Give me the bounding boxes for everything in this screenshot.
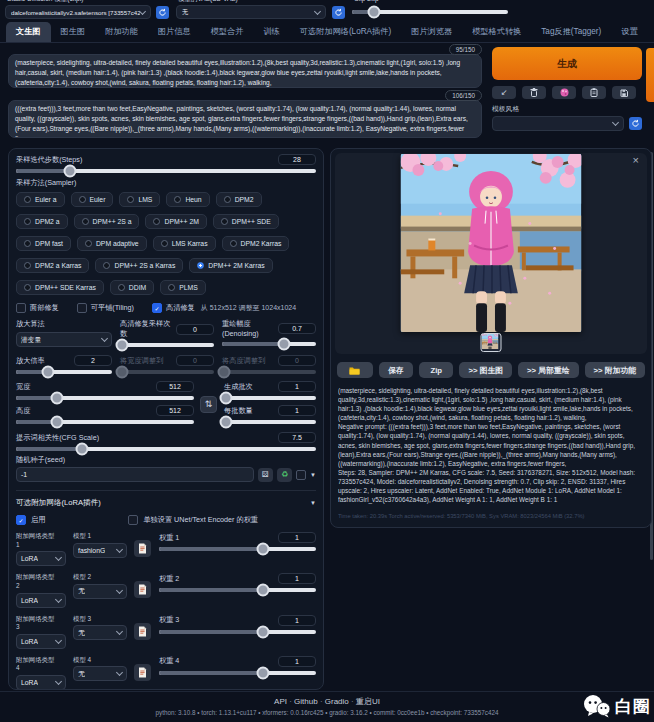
result-button->> 附加功能[interactable]: >> 附加功能 (585, 362, 645, 378)
save-style-icon[interactable] (612, 86, 636, 99)
footer-link-Gradio[interactable]: Gradio (325, 697, 349, 706)
hires-steps-value[interactable]: 0 (176, 324, 214, 335)
reuse-seed-recycle-icon[interactable]: ♻ (277, 468, 292, 482)
tiling-checkbox[interactable] (77, 303, 87, 313)
denoising-value[interactable]: 0.7 (278, 323, 316, 334)
clip-skip-slider[interactable] (352, 10, 508, 14)
positive-prompt-input[interactable]: (masterpiece, sidelighting, ultra-detail… (8, 54, 482, 88)
model-dropdown[interactable]: dalceforrealisticitallyv2.safetensors [7… (5, 5, 151, 19)
sampler-option-Euler a[interactable]: Euler a (16, 192, 65, 207)
hires-steps-slider[interactable] (120, 343, 214, 347)
height-value[interactable]: 512 (156, 405, 194, 416)
cfg-slider[interactable] (16, 447, 316, 451)
generated-image[interactable] (401, 154, 582, 332)
upscale-by-slider[interactable] (16, 370, 112, 374)
upscaler-dropdown[interactable]: 潜变量 (16, 332, 112, 347)
result-button->> 局部重绘[interactable]: >> 局部重绘 (518, 362, 578, 378)
extra-seed-checkbox[interactable] (296, 470, 306, 480)
clipboard-icon[interactable] (582, 86, 606, 99)
sampler-option-DPM++ 2S a Karras[interactable]: DPM++ 2S a Karras (95, 258, 183, 273)
sampler-option-LMS[interactable]: LMS (119, 192, 160, 207)
tab-模型合并[interactable]: 模型合并 (201, 22, 254, 42)
vae-dropdown[interactable]: 无 (176, 5, 326, 19)
sampler-option-PLMS[interactable]: PLMS (160, 280, 206, 295)
hires-fix-checkbox[interactable]: ✓ (152, 303, 162, 313)
swap-dimensions-button[interactable]: ⇅ (200, 396, 217, 413)
batch-size-slider[interactable] (224, 420, 316, 424)
upscale-by-value[interactable]: 2 (74, 355, 112, 366)
lora-model-dropdown-2[interactable]: 无 (73, 584, 127, 599)
lora-weight-value[interactable]: 1 (278, 656, 316, 667)
sampler-option-DPM++ 2M Karras[interactable]: DPM++ 2M Karras (189, 258, 272, 273)
close-icon[interactable]: × (633, 155, 639, 166)
seed-input[interactable]: -1 (16, 467, 254, 482)
steps-value[interactable]: 28 (278, 154, 316, 165)
sampler-option-DPM2 a Karras[interactable]: DPM2 a Karras (16, 258, 89, 273)
gallery-thumbnail[interactable] (481, 333, 502, 352)
lora-enable-checkbox[interactable]: ✓ (16, 515, 26, 525)
lora-type-dropdown-4[interactable]: LoRA (16, 675, 66, 690)
sampler-option-DPM++ 2S a[interactable]: DPM++ 2S a (74, 214, 140, 229)
tab-设置[interactable]: 设置 (611, 22, 647, 42)
model-refresh-button[interactable] (156, 6, 169, 19)
lora-model-dropdown-4[interactable]: 无 (73, 666, 127, 681)
tab-文生图[interactable]: 文生图 (6, 22, 51, 42)
tab-Tag反推(Tagger)[interactable]: Tag反推(Tagger) (531, 22, 611, 42)
paste-arrow-icon[interactable]: ↙ (492, 86, 516, 99)
result-button->> 图生图[interactable]: >> 图生图 (459, 362, 512, 378)
tab-图片浏览器[interactable]: 图片浏览器 (401, 22, 462, 42)
lora-type-dropdown-3[interactable]: LoRA (16, 634, 66, 649)
lora-model-file-button-4[interactable] (134, 664, 151, 681)
width-value[interactable]: 512 (156, 381, 194, 392)
lora-weight-slider-4[interactable] (159, 671, 316, 675)
sampler-option-Euler[interactable]: Euler (71, 192, 114, 207)
sampler-option-DPM2 a[interactable]: DPM2 a (16, 214, 68, 229)
batch-size-value[interactable]: 1 (278, 405, 316, 416)
result-button-保存[interactable]: 保存 (379, 362, 413, 378)
vae-refresh-button[interactable] (332, 6, 345, 19)
trash-icon[interactable] (522, 86, 546, 99)
footer-link-Github[interactable]: Github (294, 697, 318, 706)
open-folder-button[interactable] (337, 362, 373, 378)
tab-扩展[interactable]: 扩展 (648, 22, 654, 42)
sampler-option-Heun[interactable]: Heun (166, 192, 209, 207)
denoising-slider[interactable] (222, 342, 316, 346)
lora-model-file-button-2[interactable] (134, 581, 151, 598)
lora-weight-value[interactable]: 1 (278, 532, 316, 543)
apply-style-button[interactable] (629, 117, 642, 130)
style-template-dropdown[interactable] (492, 116, 624, 131)
sampler-option-DPM++ 2M[interactable]: DPM++ 2M (145, 214, 206, 229)
sampler-option-DPM++ SDE[interactable]: DPM++ SDE (213, 214, 279, 229)
tab-训练[interactable]: 训练 (253, 22, 289, 42)
lora-model-file-button-3[interactable] (134, 623, 151, 640)
lora-weight-slider-3[interactable] (159, 630, 316, 634)
sampler-option-DPM adaptive[interactable]: DPM adaptive (77, 236, 147, 251)
lora-model-dropdown-3[interactable]: 无 (73, 625, 127, 640)
restore-faces-checkbox[interactable] (16, 303, 26, 313)
tab-可选附加网络(LoRA插件)[interactable]: 可选附加网络(LoRA插件) (290, 22, 401, 42)
width-slider[interactable] (16, 396, 194, 400)
lora-model-file-button-1[interactable] (134, 540, 151, 557)
lora-model-dropdown-1[interactable]: fashionG (73, 543, 127, 558)
cfg-value[interactable]: 7.5 (278, 432, 316, 443)
palette-icon[interactable] (552, 86, 576, 99)
lora-separate-weights-checkbox[interactable] (128, 515, 138, 525)
sampler-option-DDIM[interactable]: DDIM (110, 280, 154, 295)
batch-count-slider[interactable] (224, 396, 316, 400)
random-seed-dice-icon[interactable]: ⚄ (258, 468, 273, 482)
batch-count-value[interactable]: 1 (278, 381, 316, 392)
negative-prompt-input[interactable]: (((extra feet))),3 feet,more than two fe… (8, 100, 482, 138)
tab-图片信息[interactable]: 图片信息 (148, 22, 201, 42)
footer-link-API[interactable]: API (274, 697, 287, 706)
sampler-option-DPM2[interactable]: DPM2 (216, 192, 262, 207)
tab-附加功能[interactable]: 附加功能 (95, 22, 148, 42)
lora-weight-value[interactable]: 1 (278, 573, 316, 584)
sampler-option-DPM fast[interactable]: DPM fast (16, 236, 71, 251)
result-button-Zip[interactable]: Zip (419, 362, 453, 378)
lora-type-dropdown-2[interactable]: LoRA (16, 593, 66, 608)
tab-模型格式转换[interactable]: 模型格式转换 (462, 22, 531, 42)
lora-weight-slider-1[interactable] (159, 547, 316, 551)
generate-button[interactable]: 生成 (492, 47, 642, 80)
sampler-option-DPM++ SDE Karras[interactable]: DPM++ SDE Karras (16, 280, 104, 295)
tab-图生图[interactable]: 图生图 (51, 22, 96, 42)
